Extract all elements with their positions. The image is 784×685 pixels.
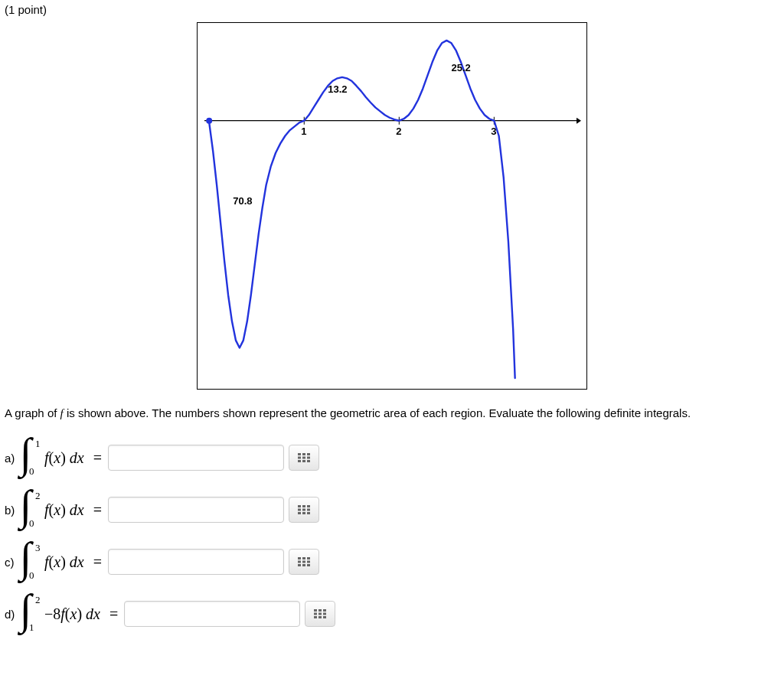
svg-rect-18 <box>307 456 310 458</box>
svg-rect-42 <box>323 609 326 612</box>
grid-icon <box>314 608 326 621</box>
integral-symbol: ∫ 2 1 <box>21 595 40 632</box>
question-label: b) <box>5 504 18 517</box>
equals-sign: = <box>93 553 102 571</box>
svg-text:2: 2 <box>396 126 401 137</box>
integral-symbol: ∫ 3 0 <box>21 543 40 580</box>
integral-expression: ∫ 2 0 f(x) dx <box>21 491 84 528</box>
svg-rect-46 <box>314 616 317 618</box>
svg-rect-13 <box>298 453 301 455</box>
equals-sign: = <box>109 605 118 623</box>
graph-container: 12370.813.225.2 <box>197 22 587 392</box>
integral-expression: ∫ 2 1 −8f(x) dx <box>21 595 100 632</box>
svg-rect-24 <box>307 505 310 507</box>
svg-rect-22 <box>298 505 301 507</box>
svg-rect-43 <box>314 612 317 615</box>
svg-rect-35 <box>302 560 305 563</box>
svg-rect-41 <box>318 609 322 612</box>
svg-rect-26 <box>302 508 305 510</box>
svg-rect-39 <box>307 564 310 566</box>
grid-icon <box>298 556 310 569</box>
grid-icon <box>298 504 310 517</box>
equation-editor-button[interactable] <box>305 601 335 627</box>
equation-editor-button[interactable] <box>289 445 319 471</box>
integrand: f(x) dx <box>44 501 84 519</box>
svg-rect-15 <box>307 453 310 455</box>
answer-input[interactable] <box>124 601 300 627</box>
svg-rect-37 <box>298 564 301 566</box>
integrand: f(x) dx <box>44 449 84 467</box>
function-graph: 12370.813.225.2 <box>197 22 587 390</box>
lower-limit: 0 <box>29 569 34 582</box>
equation-editor-button[interactable] <box>289 497 319 523</box>
svg-rect-20 <box>302 460 305 462</box>
svg-text:13.2: 13.2 <box>328 83 347 95</box>
svg-rect-45 <box>323 612 326 615</box>
svg-rect-31 <box>298 557 301 559</box>
problem-prompt: A graph of f is shown above. The numbers… <box>5 406 779 421</box>
upper-limit: 2 <box>35 490 41 502</box>
svg-rect-27 <box>307 508 310 510</box>
svg-rect-38 <box>302 564 305 566</box>
svg-rect-28 <box>298 512 301 514</box>
svg-rect-16 <box>298 456 301 458</box>
answer-input[interactable] <box>108 497 284 523</box>
integral-symbol: ∫ 1 0 <box>21 439 40 476</box>
integral-expression: ∫ 3 0 f(x) dx <box>21 543 84 580</box>
points-label: (1 point) <box>5 3 779 16</box>
svg-rect-36 <box>307 560 310 563</box>
svg-rect-29 <box>302 512 305 514</box>
svg-text:1: 1 <box>301 126 306 137</box>
questions-list: a) ∫ 1 0 f(x) dx = b) ∫ 2 0 f(x) dx = c) <box>5 439 779 632</box>
svg-rect-17 <box>302 456 305 458</box>
lower-limit: 0 <box>29 517 34 530</box>
svg-rect-40 <box>314 609 317 612</box>
svg-rect-19 <box>298 460 301 462</box>
svg-rect-21 <box>307 460 310 462</box>
question-row: b) ∫ 2 0 f(x) dx = <box>5 491 779 528</box>
answer-input[interactable] <box>108 445 284 471</box>
svg-rect-34 <box>298 560 301 563</box>
integrand: −8f(x) dx <box>44 605 100 623</box>
svg-rect-14 <box>302 453 305 455</box>
equation-editor-button[interactable] <box>289 549 319 575</box>
question-label: a) <box>5 452 18 465</box>
integral-expression: ∫ 1 0 f(x) dx <box>21 439 84 476</box>
svg-rect-23 <box>302 505 305 507</box>
equals-sign: = <box>93 449 102 467</box>
grid-icon <box>298 452 310 465</box>
svg-rect-32 <box>302 557 305 559</box>
upper-limit: 1 <box>35 438 41 450</box>
integrand: f(x) dx <box>44 553 84 571</box>
question-row: d) ∫ 2 1 −8f(x) dx = <box>5 595 779 632</box>
svg-rect-48 <box>323 616 326 618</box>
question-label: c) <box>5 556 18 569</box>
lower-limit: 1 <box>29 621 34 634</box>
svg-rect-25 <box>298 508 301 510</box>
upper-limit: 3 <box>35 542 41 554</box>
svg-rect-33 <box>307 557 310 559</box>
svg-text:70.8: 70.8 <box>233 195 252 207</box>
question-row: c) ∫ 3 0 f(x) dx = <box>5 543 779 580</box>
question-row: a) ∫ 1 0 f(x) dx = <box>5 439 779 476</box>
upper-limit: 2 <box>35 594 41 606</box>
svg-rect-44 <box>318 612 322 615</box>
svg-rect-30 <box>307 512 310 514</box>
svg-rect-0 <box>198 23 587 390</box>
integral-symbol: ∫ 2 0 <box>21 491 40 528</box>
equals-sign: = <box>93 501 102 519</box>
svg-rect-47 <box>318 616 322 618</box>
lower-limit: 0 <box>29 465 34 478</box>
svg-text:25.2: 25.2 <box>452 62 471 73</box>
question-label: d) <box>5 608 18 621</box>
answer-input[interactable] <box>108 549 284 575</box>
